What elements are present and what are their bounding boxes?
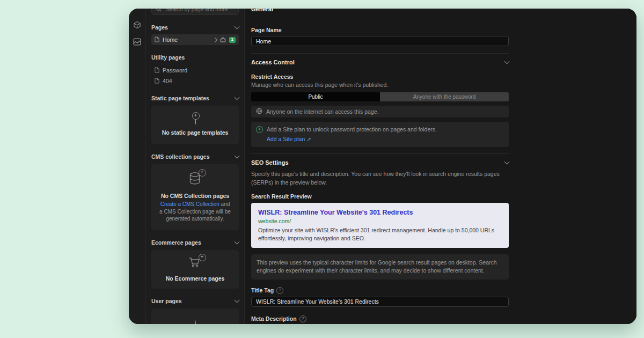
seo-settings-section: SEO Settings Specify this page's title a… [251,153,509,324]
serp-description: Optimize your site with WISLR's efficien… [258,226,502,242]
static-templates-label: Static page templates [151,95,209,101]
help-icon[interactable]: ? [276,287,283,294]
search-input[interactable] [165,9,234,13]
chevron-down-icon [504,59,510,64]
access-control-title: Access Control [251,59,295,65]
title-tag-input[interactable] [251,297,509,307]
restrict-access-label: Restrict Access [251,74,509,80]
ecommerce-pages-label: Ecommerce pages [151,239,201,246]
help-icon[interactable]: ? [299,315,306,322]
plus-icon: + [192,112,200,120]
restrict-access-description: Manage who can access this page when it'… [251,81,509,89]
seo-description: Specify this page's title and descriptio… [251,170,509,186]
notfound-page-label: 404 [163,78,172,84]
chevron-down-icon [235,24,240,30]
static-templates-empty-text: No static page templates [162,129,229,136]
search-result-preview-label: Search Result Preview [251,193,509,200]
page-search[interactable] [151,9,239,15]
sidebar-item-password[interactable]: Password [151,65,239,75]
serp-preview-card: WISLR: Streamline Your Website's 301 Red… [251,203,509,248]
chevron-down-icon [235,153,240,159]
user-pages-label: User pages [151,298,182,304]
cart-icon: + [188,256,202,270]
add-site-plan-link[interactable]: Add a Site plan ↗ [267,136,311,142]
chevron-down-icon [504,159,510,165]
page-icon [155,67,159,74]
utility-pages-label: Utility pages [151,54,185,61]
page-icon [155,78,159,85]
app-window: Pages Home 1 Utility pages Password [129,9,636,324]
chevron-down-icon [235,95,240,100]
sidebar-item-home[interactable]: Home 1 [151,34,239,45]
serp-title: WISLR: Streamline Your Website's 301 Red… [258,209,502,216]
cms-empty-title: No CMS Collection pages [161,193,229,199]
chevron-down-icon [235,239,240,244]
pages-sidebar: Pages Home 1 Utility pages Password [146,9,245,324]
serp-note: This preview uses the typical character … [251,254,509,279]
user-icon [195,321,196,325]
chevron-right-icon[interactable] [212,37,217,42]
user-pages-header[interactable]: User pages [151,297,239,305]
password-page-label: Password [163,67,187,74]
assets-image-icon[interactable] [133,38,142,46]
title-tag-label-text: Title Tag [251,287,274,293]
seo-settings-header[interactable]: SEO Settings [251,159,509,166]
page-name-input[interactable] [251,36,509,46]
site-plan-banner: + Add a Site plan to unlock password pro… [251,122,509,147]
ecommerce-empty-text: No Ecommerce pages [166,275,225,282]
utility-pages-header[interactable]: Utility pages [151,54,239,61]
cms-database-icon: + [188,172,202,188]
site-plan-banner-text: Add a Site plan to unlock password prote… [267,126,437,133]
components-box-icon[interactable] [133,20,142,29]
user-pages-empty-card [151,308,239,325]
globe-icon [256,108,262,115]
cms-empty-paragraph: Create a CMS Collection and a CMS Collec… [156,201,235,223]
chevron-down-icon [235,297,240,303]
static-templates-header[interactable]: Static page templates [151,94,239,102]
ecommerce-empty-card: + No Ecommerce pages [151,250,239,289]
create-cms-collection-link[interactable]: Create a CMS Collection [160,201,219,207]
left-icon-rail [129,9,146,324]
access-control-section: Access Control Restrict Access Manage wh… [251,53,509,147]
home-icon [220,36,226,43]
pages-section-header[interactable]: Pages [151,24,239,31]
plus-icon: + [199,169,206,177]
page-icon [155,36,159,43]
serp-url: website.com/ [258,218,502,224]
meta-description-label-text: Meta Description [251,315,297,322]
home-page-label: Home [163,36,178,43]
public-access-info-text: Anyone on the internet can access this p… [266,108,379,115]
plus-icon: + [199,254,206,261]
general-section-title: General [251,9,509,13]
cms-pages-label: CMS collection pages [151,153,210,160]
access-control-header[interactable]: Access Control [251,59,509,65]
public-access-info: Anyone on the internet can access this p… [251,106,509,117]
cms-empty-card: + No CMS Collection pages Create a CMS C… [151,164,239,230]
sidebar-item-404[interactable]: 404 [151,76,239,86]
search-icon [156,9,162,14]
meta-description-label: Meta Description ? [251,315,509,322]
title-tag-label: Title Tag ? [251,287,509,294]
template-icon: + [195,115,196,124]
page-name-label: Page Name [251,27,509,33]
static-templates-empty-card: + No static page templates [151,106,239,144]
page-settings-panel: General Page Name Access Control Restric… [245,9,636,324]
plus-circle-icon: + [256,126,263,133]
pages-section-label: Pages [151,24,168,31]
ecommerce-pages-header[interactable]: Ecommerce pages [151,239,239,246]
segment-password[interactable]: Anyone with the password [380,92,509,101]
restrict-access-segmented-control: Public Anyone with the password [251,92,509,101]
seo-settings-title: SEO Settings [251,159,289,166]
segment-public[interactable]: Public [251,92,380,101]
cms-pages-header[interactable]: CMS collection pages [151,153,239,160]
homepage-badge: 1 [229,37,236,43]
